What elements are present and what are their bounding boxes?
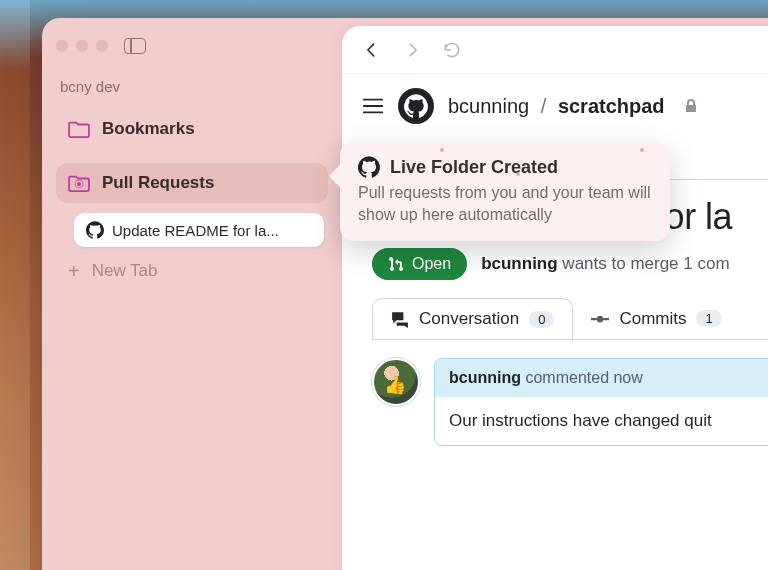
comment-thread: bcunning commented now Our instructions … (342, 340, 768, 464)
folder-label: Pull Requests (102, 173, 214, 193)
repo-header: bcunning / scratchpad (342, 74, 768, 134)
breadcrumb-separator: / (541, 95, 547, 117)
desktop-wallpaper (0, 0, 30, 570)
plus-icon: + (68, 261, 80, 281)
popover-body: Pull requests from you and your team wil… (358, 182, 652, 225)
new-tab-label: New Tab (92, 261, 158, 281)
sidebar-folder-pull-requests[interactable]: Pull Requests (56, 163, 328, 203)
new-tab-button[interactable]: + New Tab (56, 247, 328, 281)
github-icon (86, 221, 104, 239)
tab-count: 0 (529, 311, 554, 328)
pr-tab-commits[interactable]: Commits 1 (573, 299, 739, 339)
folder-live-icon (68, 174, 90, 192)
pr-open-badge: Open (372, 248, 467, 280)
tab-label: Conversation (419, 309, 519, 329)
tab-count: 1 (696, 310, 721, 327)
forward-button[interactable] (402, 40, 422, 60)
github-icon (358, 156, 380, 178)
repo-tab-pull-requests[interactable]: equests 1 (757, 145, 768, 179)
git-pull-request-icon (388, 256, 404, 272)
menu-icon[interactable] (362, 97, 384, 115)
repo-owner-link[interactable]: bcunning (448, 95, 529, 117)
maximize-window-dot[interactable] (96, 40, 108, 52)
comment-action: commented now (521, 369, 643, 386)
folder-label: Bookmarks (102, 119, 195, 139)
browser-window: bcny dev Bookmarks Pull Requests Update … (42, 18, 768, 570)
avatar[interactable] (372, 358, 420, 406)
tab-title: Update README for la... (112, 222, 279, 239)
comment-author[interactable]: bcunning (449, 369, 521, 386)
reload-button[interactable] (442, 40, 462, 60)
sidebar-toggle-icon[interactable] (124, 38, 146, 54)
tab-label: Commits (619, 309, 686, 329)
nav-toolbar (342, 26, 768, 74)
folder-icon (68, 120, 90, 138)
sparkle-icon (640, 148, 644, 152)
sidebar-tab-item[interactable]: Update README for la... (74, 213, 324, 247)
comment-discussion-icon (391, 310, 409, 328)
popover-title: Live Folder Created (390, 157, 558, 178)
merge-summary: bcunning wants to merge 1 com (481, 254, 729, 274)
close-window-dot[interactable] (56, 40, 68, 52)
sidebar-folder-bookmarks[interactable]: Bookmarks (56, 109, 328, 149)
merge-author[interactable]: bcunning (481, 254, 557, 273)
page-content: bcunning / scratchpad equests 1 Update R… (342, 26, 768, 570)
pr-tabs: Conversation 0 Commits 1 (342, 298, 768, 339)
comment-box: bcunning commented now Our instructions … (434, 358, 768, 446)
sidebar: bcny dev Bookmarks Pull Requests Update … (42, 18, 342, 570)
comment-header: bcunning commented now (435, 359, 768, 397)
github-logo[interactable] (398, 88, 434, 124)
breadcrumb: bcunning / scratchpad (448, 95, 665, 118)
git-commit-icon (591, 310, 609, 328)
live-folder-popover: Live Folder Created Pull requests from y… (340, 142, 670, 241)
sparkle-icon (440, 148, 444, 152)
repo-name-link[interactable]: scratchpad (558, 95, 665, 117)
window-controls (56, 32, 328, 60)
minimize-window-dot[interactable] (76, 40, 88, 52)
pr-status-row: Open bcunning wants to merge 1 com (342, 242, 768, 298)
comment-body: Our instructions have changed quit (435, 397, 768, 445)
workspace-label: bcny dev (56, 78, 328, 95)
back-button[interactable] (362, 40, 382, 60)
pr-tab-conversation[interactable]: Conversation 0 (372, 298, 573, 340)
badge-label: Open (412, 255, 451, 273)
sparkle-icon (516, 172, 520, 176)
lock-icon (683, 98, 699, 114)
svg-point-0 (77, 182, 81, 186)
